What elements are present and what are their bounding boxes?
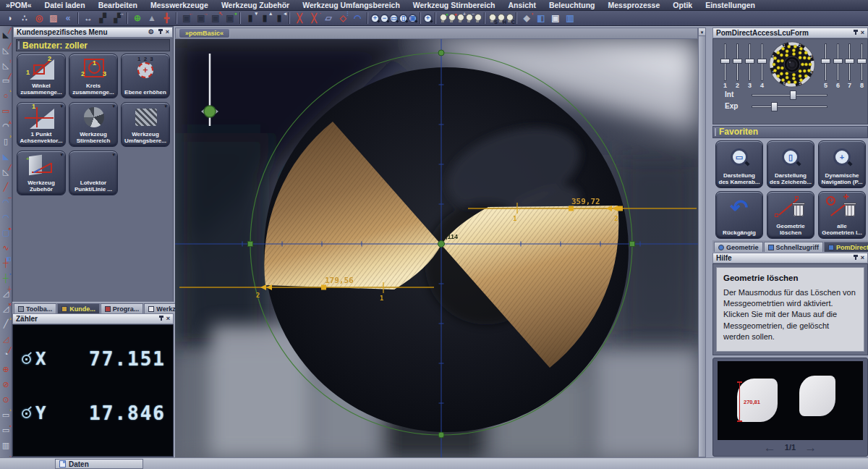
tab-toolba-[interactable]: Toolba... [14, 303, 56, 313]
close-icon[interactable]: × [861, 255, 864, 261]
close-icon[interactable]: × [166, 29, 169, 35]
favorite-button-undo[interactable]: ↶Rückgängig [715, 191, 763, 239]
tab-geometrie[interactable]: Geometrie [714, 242, 763, 252]
light-channel-slider-8[interactable] [857, 43, 867, 81]
arc-angle-icon[interactable]: ◔╱ [1, 347, 12, 362]
step-profile-icon[interactable]: ▥ [1, 438, 12, 453]
window-right-icon[interactable]: ▣→ [194, 12, 208, 25]
prev-page-icon[interactable]: ← [764, 441, 776, 454]
light-channel-slider-3[interactable] [745, 43, 754, 81]
line-red-icon[interactable]: ╱ [1, 179, 12, 195]
window-corner-icon[interactable]: ▣↖ [208, 12, 223, 25]
diamond-gauge-icon[interactable]: ◆◖ [519, 12, 534, 25]
angle-points-icon[interactable]: ◺∶ [1, 58, 12, 73]
lamp-on-icon[interactable]: ● [438, 13, 447, 23]
favorite-button-delete-geometry[interactable]: Geometrielöschen [767, 191, 814, 239]
tri-axis2-icon[interactable]: ◿× [1, 301, 12, 316]
dropdown-arrow-icon[interactable]: ▾ [60, 103, 63, 109]
light-channel-slider-6[interactable] [833, 43, 843, 81]
slider-thumb[interactable] [857, 59, 867, 64]
tool-silhouette-left-icon[interactable]: ▮◂ [272, 12, 286, 25]
chevron-probe-icon[interactable]: « [61, 12, 75, 25]
delete-point-icon[interactable]: ╳ [292, 12, 307, 25]
ruler-diagonal-icon[interactable]: ▞ [95, 12, 110, 25]
status-tab-daten[interactable]: Daten [55, 459, 143, 469]
menu-button-punkt1[interactable]: 1▾1 PunktAchsenvektor... [17, 102, 66, 147]
triangle-blue-icon[interactable]: ◣ [1, 149, 12, 164]
axis-counter-icon[interactable] [22, 355, 31, 364]
copy-window-icon[interactable]: ▣ [548, 12, 563, 25]
axis-cross-icon[interactable]: ┼◧ [1, 255, 12, 271]
menu-item-beleuchtung[interactable]: Beleuchtung [549, 1, 595, 9]
favorite-button-mag-camera[interactable]: ▭Darstellungdes Kamerab... [715, 140, 763, 188]
cone-tool-icon[interactable]: ▲ [145, 12, 159, 25]
lamp-c-icon[interactable]: C [505, 13, 514, 23]
circle-probe-icon[interactable]: ◎ [32, 12, 46, 25]
slider-thumb[interactable] [757, 59, 767, 64]
arc-blue2-icon[interactable]: ◠ [1, 210, 12, 225]
tool-silhouette-up-icon[interactable]: ▮▴ [258, 12, 272, 25]
light-channel-slider-2[interactable] [733, 43, 742, 81]
ellipse-measure-icon[interactable]: ○¹ [1, 88, 12, 103]
next-page-icon[interactable]: → [804, 441, 817, 454]
favorite-button-mag-navigation[interactable]: +DynamischeNavigation (P... [818, 140, 866, 188]
light-channel-slider-1[interactable] [720, 43, 730, 81]
window-live-icon[interactable]: ▣● [223, 12, 237, 25]
plane-cross-icon[interactable]: ╋ [159, 12, 174, 25]
menu-item-werkzeug-stirnbereich[interactable]: Werkzeug Stirnbereich [413, 1, 495, 9]
led-ring-light[interactable]: 12345678 [768, 41, 816, 88]
slider-thumb[interactable] [833, 59, 843, 64]
circle-slash-icon[interactable]: ⊘ [1, 377, 12, 392]
point-probe-icon[interactable]: ∴ [17, 12, 32, 25]
zoom-in-icon[interactable]: + [370, 14, 380, 23]
lamp-h-icon[interactable]: H [496, 13, 505, 23]
favorite-button-mag-drawing[interactable]: ▯Darstellungdes Zeichenb... [767, 140, 814, 188]
intensity-slider-thumb[interactable] [790, 90, 796, 100]
dropdown-arrow-icon[interactable]: ▾ [112, 103, 115, 109]
circle-dot-icon[interactable]: ⊙ [1, 392, 12, 407]
exposure-slider-thumb[interactable] [771, 102, 778, 111]
menu-item-datei-laden[interactable]: Datei laden [45, 1, 85, 9]
curve-red-icon[interactable]: ∿ [1, 240, 12, 255]
dropdown-arrow-icon[interactable]: ▾ [60, 152, 63, 158]
window-left-icon[interactable]: ▣← [179, 12, 194, 25]
ruler-diagonal2-icon[interactable]: ▞↔ [110, 12, 124, 25]
camera-tab[interactable]: »pomBasic« [179, 28, 230, 38]
intensity-slider[interactable] [752, 94, 827, 96]
light-channel-slider-4[interactable] [757, 43, 767, 81]
dropdown-arrow-icon[interactable]: ▾ [164, 103, 167, 109]
zoom-fit-icon[interactable]: ▭ [389, 14, 399, 23]
menu-button-umfang[interactable]: ▾WerkzeugUmfangsbere... [121, 102, 170, 147]
line-slope-icon[interactable]: ◺╱ [1, 164, 12, 179]
chevron-down-icon[interactable]: ▾ [699, 28, 705, 36]
app-brand[interactable]: »POM« [6, 1, 32, 9]
tool-silhouette-down-icon[interactable]: ▮▾ [243, 12, 258, 25]
gear-icon[interactable]: ⚙ [148, 29, 154, 35]
menu-item-ansicht[interactable]: Ansicht [508, 1, 536, 9]
select-tool-icon[interactable]: ◗ [3, 12, 17, 25]
tab-kunde-[interactable]: Kunde... [57, 303, 100, 313]
menu-item-optik[interactable]: Optik [673, 1, 692, 9]
pin-icon[interactable] [853, 255, 858, 261]
pin-icon[interactable] [158, 316, 163, 322]
polyline-tool-icon[interactable]: ◇⋮ [336, 12, 350, 25]
zoom-selection-icon[interactable]: ▣ [408, 14, 417, 23]
slider-thumb[interactable] [720, 59, 730, 64]
zoom-page-icon[interactable]: ▯ [399, 14, 408, 23]
angle-measure-icon[interactable]: ◺╱ [1, 43, 12, 58]
menu-button-zubehoer[interactable]: +▾WerkzeugZubehör [17, 151, 66, 195]
slider-thumb[interactable] [733, 59, 742, 64]
slider-thumb[interactable] [745, 59, 754, 64]
lamp-minus-icon[interactable]: − [464, 13, 473, 23]
menu-item-werkzeug-umfangsbereich[interactable]: Werkzeug Umfangsbereich [302, 1, 400, 9]
menu-button-lot[interactable]: ▾LotvektorPunkt/Linie ... [69, 151, 118, 195]
axis-counter-icon[interactable] [22, 409, 31, 418]
arc-blue-icon[interactable]: ◠╌ [1, 195, 12, 210]
pin-icon[interactable] [158, 29, 163, 35]
zoom-cross-icon[interactable]: + [423, 14, 433, 23]
light-channel-slider-5[interactable] [821, 43, 830, 81]
menu-item-einstellungen[interactable]: Einstellungen [705, 1, 755, 9]
thumbnail-strip[interactable]: 270,81 [718, 361, 863, 440]
marker-tool-icon[interactable]: ◣╱ [1, 28, 12, 43]
lamp-plain-icon[interactable] [473, 13, 482, 23]
